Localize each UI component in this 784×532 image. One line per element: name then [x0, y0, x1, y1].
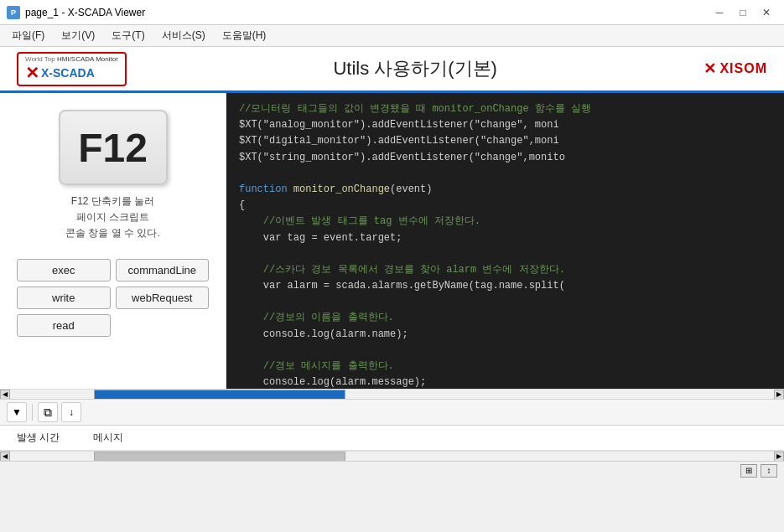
code-content: //모니터링 태그들의 값이 변경됐을 때 monitor_onChange 함…	[226, 93, 784, 389]
content-horizontal-scrollbar[interactable]: ◀ ▶	[0, 389, 784, 399]
scroll-thumb[interactable]	[94, 390, 345, 400]
xisom-x-icon: ✕	[704, 59, 716, 78]
logo-tagline: World Top HMI/SCADA Monitor	[25, 55, 118, 63]
app-icon: P	[7, 6, 20, 19]
read-button[interactable]: read	[17, 314, 111, 337]
menu-tools[interactable]: 도구(T)	[103, 26, 153, 45]
status-icon-2[interactable]: ↕	[761, 464, 777, 478]
toolbar-dropdown-button[interactable]: ▼	[7, 402, 27, 422]
scroll-track	[10, 390, 774, 400]
title-bar-left: P page_1 - X-SCADA Viewer	[7, 6, 145, 19]
f12-description: F12 단축키를 눌러 페이지 스크립트 콘솔 창을 열 수 있다.	[65, 194, 160, 242]
page-title: Utils 사용하기(기본)	[127, 56, 704, 81]
command-line-button[interactable]: commandLine	[116, 259, 210, 281]
log-area: 발생 시간 메시지	[0, 426, 784, 451]
status-bar: ⊞ ↕	[0, 461, 784, 479]
close-button[interactable]: ✕	[755, 4, 777, 21]
toolbar-separator-1	[32, 404, 33, 421]
logo-area: World Top HMI/SCADA Monitor ✕ X-SCADA	[17, 52, 127, 86]
toolbar-copy-button[interactable]: ⧉	[38, 402, 58, 422]
menu-help[interactable]: 도움말(H)	[214, 26, 275, 45]
menu-view[interactable]: 보기(V)	[53, 26, 103, 45]
xscada-logo: World Top HMI/SCADA Monitor ✕ X-SCADA	[17, 52, 127, 86]
menu-file[interactable]: 파일(F)	[3, 26, 53, 45]
log-col-time: 발생 시간	[0, 429, 76, 447]
bottom-scroll-left-button[interactable]: ◀	[0, 452, 10, 462]
bottom-toolbar: ▼ ⧉ ↓	[0, 399, 784, 426]
minimize-button[interactable]: ─	[709, 4, 730, 21]
status-bar-right: ⊞ ↕	[740, 464, 777, 478]
exec-button[interactable]: exec	[17, 259, 111, 281]
bottom-scroll-right-button[interactable]: ▶	[774, 452, 784, 462]
bottom-scroll-thumb[interactable]	[94, 452, 345, 462]
top-header: World Top HMI/SCADA Monitor ✕ X-SCADA Ut…	[0, 47, 784, 93]
menu-bar: 파일(F) 보기(V) 도구(T) 서비스(S) 도움말(H)	[0, 25, 784, 47]
menu-services[interactable]: 서비스(S)	[153, 26, 214, 45]
logo-scada-text: X-SCADA	[41, 66, 95, 80]
action-buttons: exec commandLine write webRequest read	[17, 259, 209, 337]
web-request-button[interactable]: webRequest	[116, 287, 210, 309]
scroll-left-button[interactable]: ◀	[0, 390, 10, 400]
title-bar: P page_1 - X-SCADA Viewer ─ □ ✕	[0, 0, 784, 25]
log-header: 발생 시간 메시지	[0, 426, 784, 451]
status-icon-1[interactable]: ⊞	[740, 464, 757, 478]
window-controls[interactable]: ─ □ ✕	[709, 4, 777, 21]
code-editor: //모니터링 태그들의 값이 변경됐을 때 monitor_onChange 함…	[226, 93, 784, 389]
scroll-right-button[interactable]: ▶	[774, 390, 784, 400]
bottom-horizontal-scrollbar[interactable]: ◀ ▶	[0, 451, 784, 461]
main-content: World Top HMI/SCADA Monitor ✕ X-SCADA Ut…	[0, 47, 784, 399]
logo-x-letter: ✕	[25, 63, 39, 83]
left-panel: F12 F12 단축키를 눌러 페이지 스크립트 콘솔 창을 열 수 있다. e…	[0, 93, 226, 389]
window-title: page_1 - X-SCADA Viewer	[25, 7, 145, 18]
body-area: F12 F12 단축키를 눌러 페이지 스크립트 콘솔 창을 열 수 있다. e…	[0, 93, 784, 389]
log-col-message: 메시지	[76, 429, 140, 447]
write-button[interactable]: write	[17, 287, 111, 309]
toolbar-download-button[interactable]: ↓	[61, 402, 81, 422]
maximize-button[interactable]: □	[732, 4, 754, 21]
xisom-text: XISOM	[719, 61, 767, 76]
xisom-logo: ✕ XISOM	[704, 59, 767, 78]
f12-key-display: F12	[59, 110, 168, 185]
bottom-scroll-track	[10, 452, 774, 462]
